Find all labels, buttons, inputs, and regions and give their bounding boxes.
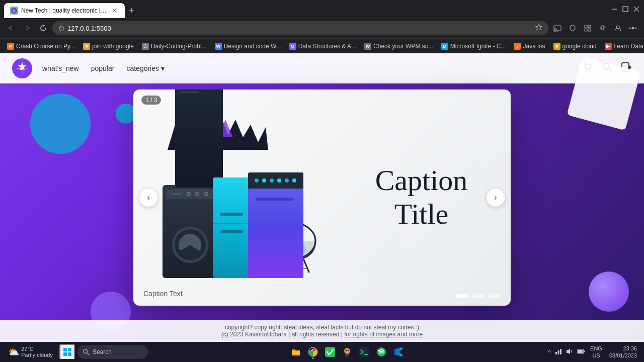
- taskbar-app-spotify[interactable]: [373, 344, 389, 360]
- footer-rights-link[interactable]: for rights of images and more: [344, 331, 423, 338]
- volume-tray-icon[interactable]: [565, 347, 574, 357]
- svg-point-18: [629, 28, 631, 29]
- bookmark-icon: W: [215, 43, 222, 50]
- start-button[interactable]: [59, 344, 75, 360]
- nav-whats-new[interactable]: what's_new: [42, 64, 79, 72]
- site-nav: what's_new popular categories ▾: [42, 64, 583, 72]
- tab-close-button[interactable]: ✕: [111, 6, 119, 16]
- taskbar-search-icon: [83, 348, 90, 355]
- taskbar-app-chrome[interactable]: [305, 344, 321, 360]
- electronics-illustration: [163, 117, 303, 278]
- maximize-button[interactable]: [622, 6, 629, 13]
- bookmark-java[interactable]: J Java ins: [511, 42, 548, 51]
- lock-icon: [58, 25, 64, 32]
- bookmark-crash-course[interactable]: P Crash Course on Py...: [4, 42, 78, 51]
- minimize-button[interactable]: [611, 6, 618, 13]
- nav-categories[interactable]: categories ▾: [126, 64, 165, 72]
- carousel-indicators: [456, 294, 501, 298]
- close-button[interactable]: [633, 6, 640, 13]
- svg-line-39: [304, 260, 309, 272]
- taskbar-tray: ^ ENG US 23:36 08/01/2023: [547, 345, 640, 359]
- address-bar: [52, 21, 548, 35]
- indicator-2[interactable]: [472, 294, 485, 298]
- carousel-counter: 1 / 3: [141, 96, 161, 105]
- extensions-button[interactable]: [596, 21, 610, 35]
- nav-actions: [550, 21, 640, 35]
- taskbar-app-linux[interactable]: [339, 344, 355, 360]
- carousel-illustration: [133, 89, 332, 306]
- refresh-button[interactable]: [36, 21, 50, 35]
- svg-rect-14: [588, 29, 591, 31]
- settings-menu-button[interactable]: [626, 21, 640, 35]
- bookmark-icon: J: [514, 43, 521, 50]
- bookmark-icon: W: [364, 43, 371, 50]
- taskbar: ⛅ 27°C Partly cloudy Search: [0, 342, 644, 362]
- clock-date: 08/01/2023: [609, 352, 637, 359]
- svg-rect-7: [59, 27, 63, 30]
- region-code: US: [590, 352, 602, 359]
- bookmark-star-icon[interactable]: [535, 24, 542, 33]
- taskbar-app-terminal[interactable]: [356, 344, 372, 360]
- svg-point-57: [344, 348, 350, 354]
- svg-text:N: N: [13, 9, 16, 13]
- nav-popular[interactable]: popular: [91, 64, 115, 72]
- carousel-prev-button[interactable]: ‹: [139, 189, 157, 207]
- svg-marker-67: [567, 348, 570, 354]
- collections-button[interactable]: [581, 21, 595, 35]
- bookmark-google-cloud[interactable]: ★ google cloud: [550, 42, 600, 51]
- bookmark-daily-coding[interactable]: ⬡ Daily-Coding-Probl...: [139, 42, 210, 51]
- carousel-next-button[interactable]: ›: [487, 189, 505, 207]
- bookmark-icon: P: [7, 43, 14, 50]
- tab-bar: N New Tech | quality electronic ite... ✕…: [4, 0, 607, 18]
- window-controls: [611, 6, 640, 13]
- svg-point-59: [346, 350, 347, 351]
- svg-rect-70: [578, 350, 583, 353]
- taskbar-app-vscode[interactable]: [390, 344, 407, 360]
- bookmark-data-structures[interactable]: U Data Structures & A...: [286, 42, 359, 51]
- bookmark-join-google[interactable]: ★ join with google: [80, 42, 137, 51]
- weather-widget: ⛅ 27°C Partly cloudy: [4, 346, 57, 358]
- bookmark-icon: ▶: [605, 43, 612, 50]
- network-tray-icon[interactable]: [554, 347, 563, 357]
- tray-overflow-icon[interactable]: ^: [547, 347, 552, 357]
- favorites-button[interactable]: [566, 21, 580, 35]
- carousel-slide: 1 / 3: [133, 89, 511, 306]
- cast-button[interactable]: [550, 21, 565, 35]
- taskbar-search-label: Search: [93, 348, 112, 355]
- taskbar-app-file-explorer[interactable]: [288, 344, 304, 360]
- url-input[interactable]: [67, 25, 532, 32]
- system-clock[interactable]: 23:36 08/01/2023: [606, 345, 640, 359]
- clock-time: 23:36: [609, 345, 637, 352]
- carousel-caption-text: Caption Text: [143, 290, 183, 298]
- volume-icon: [566, 348, 573, 355]
- linux-icon: [342, 347, 352, 357]
- forward-button[interactable]: [20, 21, 34, 35]
- taskbar-search[interactable]: Search: [77, 345, 148, 359]
- bg-decoration-small-teal: [116, 104, 136, 124]
- taskbar-app-check[interactable]: [322, 344, 338, 360]
- site-logo[interactable]: [12, 58, 32, 78]
- svg-rect-58: [345, 354, 349, 356]
- bookmark-design-code[interactable]: W Design and code W...: [212, 42, 284, 51]
- user-profile-button[interactable]: [611, 21, 625, 35]
- bookmark-learn-data[interactable]: ▶ Learn Data Structu...: [602, 42, 644, 51]
- svg-point-60: [348, 350, 349, 351]
- language-indicator[interactable]: ENG US: [588, 345, 604, 359]
- tab-title: New Tech | quality electronic ite...: [21, 7, 108, 14]
- active-tab[interactable]: N New Tech | quality electronic ite... ✕: [4, 3, 125, 18]
- washing-machine: [163, 185, 218, 278]
- bookmark-label: Java ins: [523, 43, 545, 50]
- svg-rect-11: [585, 25, 587, 28]
- indicator-3[interactable]: [489, 294, 501, 298]
- footer-line2: (c) 2023 KavinduUdhara | all rights rese…: [0, 331, 644, 338]
- footer-line1: copyright? copy right: steal ideas, stea…: [0, 324, 644, 331]
- battery-tray-icon[interactable]: [576, 347, 586, 357]
- svg-point-63: [377, 347, 386, 356]
- bookmark-microsoft-ignite[interactable]: M Microsoft Ignite - C...: [438, 42, 509, 51]
- new-tab-button[interactable]: +: [125, 4, 138, 18]
- indicator-1[interactable]: [456, 294, 468, 298]
- back-button[interactable]: [4, 21, 18, 35]
- bookmark-wpm[interactable]: W Check your WPM sc...: [361, 42, 436, 51]
- vscode-icon: [393, 347, 404, 357]
- bookmark-icon: ★: [553, 43, 560, 50]
